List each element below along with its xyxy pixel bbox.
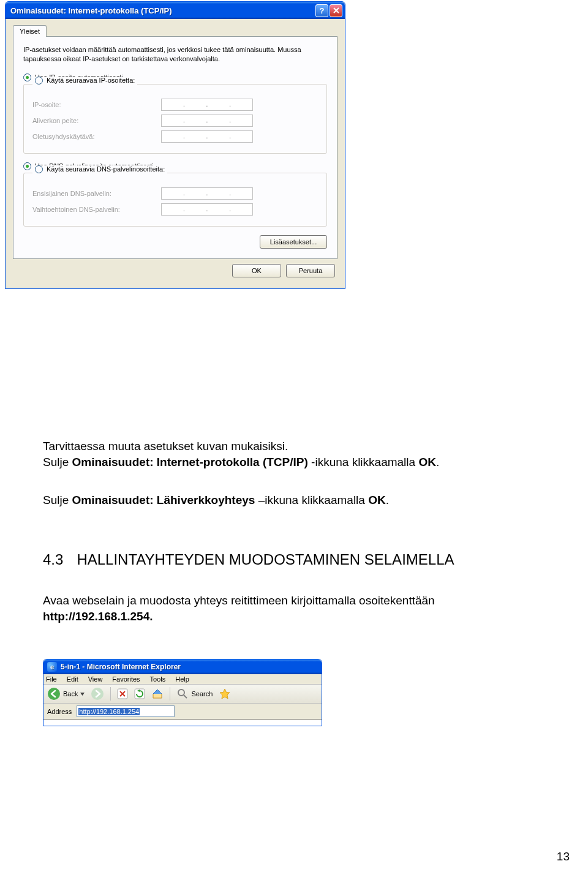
chevron-down-icon <box>80 693 85 696</box>
dns1-input[interactable]: ... <box>161 187 253 200</box>
dialog-panel: IP-asetukset voidaan määrittää automaatt… <box>13 36 337 259</box>
search-icon <box>176 688 189 700</box>
address-input[interactable]: http://192.168.1.254 <box>77 705 175 717</box>
tab-general[interactable]: Yleiset <box>13 25 47 37</box>
menu-favorites[interactable]: Favorites <box>112 675 140 683</box>
ie-title: 5-in-1 - Microsoft Internet Explorer <box>61 663 181 671</box>
forward-icon <box>91 687 104 701</box>
ip-label: IP-osoite: <box>32 101 161 108</box>
ip-group: Käytä seuraavaa IP-osoitetta: IP-osoite:… <box>23 84 327 154</box>
svg-point-4 <box>178 690 184 696</box>
toolbar-separator <box>110 687 111 701</box>
radio-dns-manual-label: Käytä seuraavia DNS-palvelinosoitteita: <box>47 165 165 173</box>
back-button[interactable]: Back <box>47 687 85 701</box>
menu-view[interactable]: View <box>88 675 103 683</box>
doc-line-4: Avaa webselain ja muodosta yhteys reitit… <box>43 593 539 609</box>
ie-address-row: Address http://192.168.1.254 <box>43 704 322 720</box>
radio-selected-icon <box>23 162 31 170</box>
ie-content <box>43 720 322 726</box>
menu-file[interactable]: File <box>46 675 57 683</box>
star-icon <box>219 688 231 700</box>
gw-label: Oletusyhdyskäytävä: <box>32 133 161 140</box>
ok-button[interactable]: OK <box>232 264 281 277</box>
ie-logo-icon: e <box>47 662 57 672</box>
advanced-button[interactable]: Lisäasetukset... <box>260 235 327 249</box>
help-button[interactable]: ? <box>315 4 328 17</box>
close-button[interactable] <box>330 4 342 17</box>
ie-menubar: File Edit View Favorites Tools Help <box>43 674 322 685</box>
dns-group: Käytä seuraavia DNS-palvelinosoitteita: … <box>23 173 327 227</box>
home-icon <box>151 688 164 700</box>
ie-window: e 5-in-1 - Microsoft Internet Explorer F… <box>43 659 322 726</box>
favorites-button[interactable] <box>219 688 231 700</box>
heading-text: HALLINTAYHTEYDEN MUODOSTAMINEN SELAIMELL… <box>77 551 454 568</box>
address-value: http://192.168.1.254 <box>78 708 140 715</box>
radio-ip-manual[interactable] <box>35 77 43 85</box>
dns1-label: Ensisijainen DNS-palvelin: <box>32 190 161 197</box>
ip-input[interactable]: ... <box>161 99 253 111</box>
dns2-label: Vaihtoehtoinen DNS-palvelin: <box>32 206 161 213</box>
cancel-button[interactable]: Peruuta <box>286 264 335 277</box>
ie-toolbar: Back Search <box>43 685 322 704</box>
gw-input[interactable]: ... <box>161 130 253 143</box>
menu-help[interactable]: Help <box>175 675 189 683</box>
dns2-input[interactable]: ... <box>161 203 253 216</box>
doc-line-2: Sulje Ominaisuudet: Internet-protokolla … <box>43 454 539 470</box>
doc-line-5: http://192.168.1.254. <box>43 609 539 625</box>
heading-number: 4.3 <box>43 551 63 568</box>
dialog-titlebar[interactable]: Ominaisuudet: Internet-protokolla (TCP/I… <box>6 2 345 19</box>
mask-label: Aliverkon peite: <box>32 117 161 124</box>
radio-selected-icon <box>23 73 31 81</box>
menu-edit[interactable]: Edit <box>67 675 78 683</box>
doc-line-3: Sulje Ominaisuudet: Lähiverkkoyhteys –ik… <box>43 492 539 508</box>
mask-input[interactable]: ... <box>161 115 253 127</box>
back-icon <box>47 687 61 701</box>
tcpip-properties-dialog: Ominaisuudet: Internet-protokolla (TCP/I… <box>5 1 345 289</box>
doc-line-1: Tarvittaessa muuta asetukset kuvan mukai… <box>43 438 539 454</box>
radio-dns-manual[interactable] <box>35 165 43 173</box>
svg-point-1 <box>91 688 104 700</box>
refresh-button[interactable] <box>134 688 145 699</box>
section-heading: 4.3 HALLINTAYHTEYDEN MUODOSTAMINEN SELAI… <box>43 551 454 568</box>
page-number: 13 <box>557 850 570 863</box>
refresh-icon <box>134 688 145 699</box>
forward-button[interactable] <box>91 687 104 701</box>
address-label: Address <box>47 708 72 715</box>
search-button[interactable]: Search <box>176 688 213 700</box>
ie-titlebar[interactable]: e 5-in-1 - Microsoft Internet Explorer <box>43 660 322 674</box>
svg-point-0 <box>48 688 60 700</box>
dialog-explanation: IP-asetukset voidaan määrittää automaatt… <box>23 45 327 64</box>
dialog-title: Ominaisuudet: Internet-protokolla (TCP/I… <box>10 6 314 15</box>
radio-ip-manual-label: Käytä seuraavaa IP-osoitetta: <box>47 77 135 84</box>
menu-tools[interactable]: Tools <box>150 675 166 683</box>
toolbar-separator <box>170 687 170 701</box>
home-button[interactable] <box>151 688 164 700</box>
close-icon <box>333 7 339 13</box>
stop-icon <box>117 688 128 699</box>
stop-button[interactable] <box>117 688 128 699</box>
